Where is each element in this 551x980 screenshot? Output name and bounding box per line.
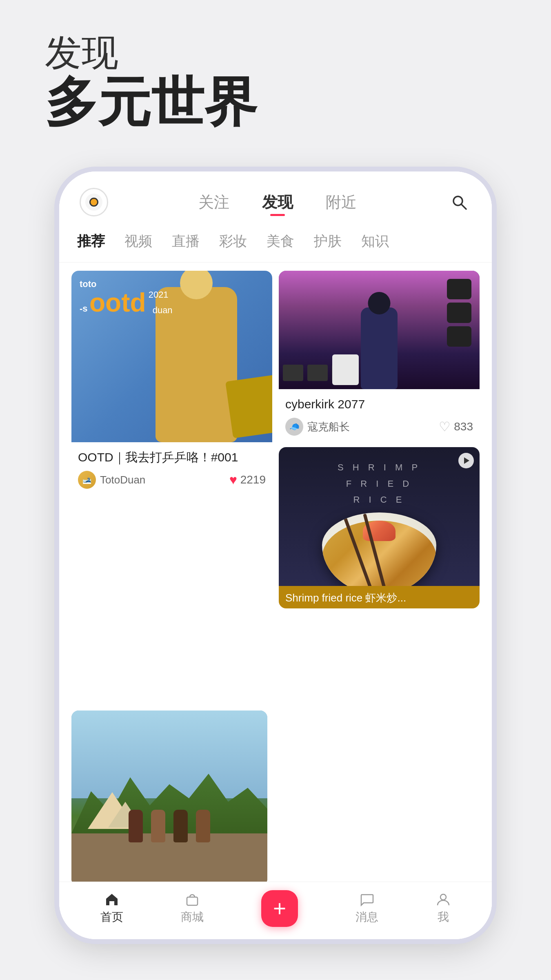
cat-tab-knowledge[interactable]: 知识 [360,229,391,254]
video-play-indicator[interactable] [458,453,474,468]
nav-profile-label: 我 [438,909,449,925]
svg-line-1 [462,205,466,209]
nav-messages-label: 消息 [355,909,378,925]
heart-icon: ♥ [229,472,237,488]
like-count-ootd: 2219 [240,473,266,486]
card-camp-image [71,710,267,886]
card-ootd-image: toto -s ootd 2021 duan [71,271,272,442]
card-shrimp-image: S H R I M P F R I E D R I C E [279,447,480,586]
bowl-image [322,512,436,586]
card-camp[interactable] [71,710,267,886]
nav-profile[interactable]: 我 [436,892,451,925]
cat-tab-live[interactable]: 直播 [170,229,201,254]
nav-tab-discover[interactable]: 发现 [262,192,293,213]
card-cyber-likes[interactable]: ♡ 833 [439,419,473,434]
nav-shop[interactable]: 商城 [181,892,204,925]
nav-messages[interactable]: 消息 [355,892,378,925]
like-count-cyber: 833 [454,420,473,433]
card-ootd-author: 🎿 TotoDuan [78,471,145,489]
cat-tab-makeup[interactable]: 彩妆 [218,229,249,254]
phone-frame: 关注 发现 附近 推荐 视频 直播 彩妆 美食 护肤 知识 [59,172,492,939]
heart-outline-icon: ♡ [439,419,451,434]
nav-tab-nearby[interactable]: 附近 [326,192,357,213]
svg-point-3 [440,894,446,900]
bottom-nav: 首页 商城 + 消息 [59,882,492,939]
app-logo[interactable] [80,188,108,216]
top-nav: 关注 发现 附近 [59,172,492,225]
cat-tab-recommend[interactable]: 推荐 [76,229,107,254]
svg-rect-2 [187,897,198,905]
hero-line1: 发现 [45,33,257,73]
nav-home-label: 首页 [100,909,123,925]
card-shrimp[interactable]: S H R I M P F R I E D R I C E [279,447,480,608]
card-cyber-title: cyberkirk 2077 [285,396,473,413]
card-cyber[interactable]: cyberkirk 2077 🧢 寇克船长 ♡ 833 [279,271,480,441]
add-icon: + [273,898,286,920]
author-name-totoduan: TotoDuan [100,474,145,486]
avatar-cyber: 🧢 [285,418,303,436]
card-ootd-title: OOTD｜我去打乒乒咯！#001 [78,449,266,466]
cat-tab-food[interactable]: 美食 [265,229,296,254]
author-name-cyber: 寇克船长 [307,420,350,434]
shrimp-text-overlay: S H R I M P F R I E D R I C E [279,459,480,508]
avatar-totoduan: 🎿 [78,471,96,489]
card-ootd-likes[interactable]: ♥ 2219 [229,472,266,488]
cat-tab-skincare[interactable]: 护肤 [312,229,343,254]
nav-home[interactable]: 首页 [100,892,123,925]
nav-tab-follow[interactable]: 关注 [198,192,229,213]
card-cyber-author: 🧢 寇克船长 [285,418,350,436]
add-button[interactable]: + [261,890,298,927]
search-button[interactable] [447,190,471,214]
shrimp-card-footer-preview: Shrimp fried rice 虾米炒... [279,586,480,608]
hero-line2: 多元世界 [45,73,257,131]
card-cyber-image [279,271,480,389]
nav-shop-label: 商城 [181,909,204,925]
cat-tab-video[interactable]: 视频 [123,229,154,254]
svg-point-0 [453,196,462,205]
category-tabs: 推荐 视频 直播 彩妆 美食 护肤 知识 [59,225,492,263]
